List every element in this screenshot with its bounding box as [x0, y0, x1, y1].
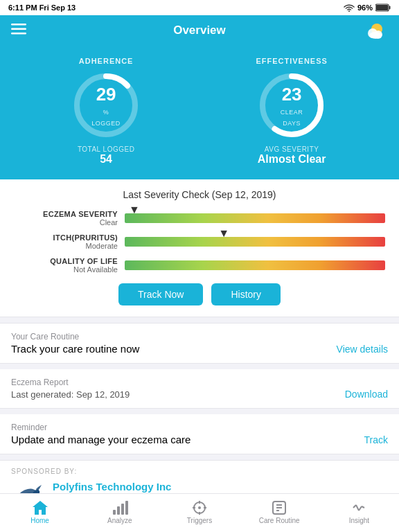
svg-rect-6: [11, 33, 26, 35]
severity-row-eczema: ECZEMA SEVERITY Clear ▼: [14, 210, 385, 227]
qol-label: QUALITY OF LIFE: [14, 257, 118, 265]
effectiveness-avg-label: AVG SEVERITY: [258, 145, 326, 153]
effectiveness-block: EFFECTIVENESS 23 CLEAR DAYS AVG SEVERITY…: [256, 57, 327, 166]
status-time-date: 6:11 PM Fri Sep 13: [8, 3, 76, 12]
analyze-icon: [112, 500, 128, 515]
svg-rect-18: [113, 510, 116, 515]
home-icon: [32, 500, 48, 515]
bottom-navigation: Home Analyze Triggers Care Routine: [0, 493, 399, 532]
status-indicators: 96%: [344, 3, 391, 12]
svg-rect-19: [117, 506, 120, 515]
eczema-report-section: Eczema Report Last generated: Sep 12, 20…: [0, 364, 399, 409]
effectiveness-sublabel: CLEAR DAYS: [281, 109, 303, 127]
eczema-severity-label: ECZEMA SEVERITY: [14, 210, 118, 218]
svg-point-23: [198, 506, 201, 509]
page-title: Overview: [173, 24, 226, 37]
metrics-section: ADHERENCE 29 % LOGGED TOTAL LOGGED 54 EF…: [0, 46, 399, 179]
itch-value: Moderate: [14, 242, 118, 250]
history-button[interactable]: History: [211, 283, 281, 305]
nav-insight-label: Insight: [349, 517, 369, 524]
adherence-value: 29: [89, 84, 123, 105]
effectiveness-label: EFFECTIVENESS: [256, 57, 327, 65]
severity-title: Last Severity Check (Sep 12, 2019): [14, 189, 385, 200]
nav-care-routine-label: Care Routine: [259, 517, 300, 524]
nav-care-routine[interactable]: Care Routine: [240, 500, 319, 524]
effectiveness-circle: 23 CLEAR DAYS: [257, 71, 326, 140]
svg-point-10: [369, 32, 382, 39]
adherence-total: TOTAL LOGGED 54: [78, 145, 135, 166]
nav-home-label: Home: [30, 517, 49, 524]
effectiveness-total: AVG SEVERITY Almost Clear: [258, 145, 326, 166]
status-bar: 6:11 PM Fri Sep 13 96%: [0, 0, 399, 15]
svg-rect-2: [389, 6, 391, 10]
nav-analyze-label: Analyze: [107, 517, 132, 524]
svg-rect-4: [11, 24, 26, 26]
menu-button[interactable]: [11, 24, 26, 38]
sponsor-name: Polyfins Technology Inc: [53, 481, 388, 493]
itch-label: ITCH(PRURITUS): [14, 233, 118, 242]
qol-value: Not Available: [14, 265, 118, 274]
care-routine-label: Your Care Routine: [11, 332, 388, 342]
track-now-button[interactable]: Track Now: [118, 283, 203, 305]
user-avatar[interactable]: [366, 19, 388, 42]
eczema-report-date: Last generated: Sep 12, 2019: [11, 389, 338, 400]
wifi-icon: [344, 3, 355, 12]
sponsored-label: SPONSORED BY:: [11, 468, 388, 475]
svg-rect-3: [376, 5, 388, 10]
track-buttons: Track Now History: [14, 283, 385, 305]
adherence-total-label: TOTAL LOGGED: [78, 145, 135, 153]
svg-rect-20: [121, 504, 124, 515]
effectiveness-avg-value: Almost Clear: [258, 153, 326, 166]
view-details-button[interactable]: View details: [330, 344, 388, 355]
svg-rect-5: [11, 28, 26, 30]
svg-line-34: [359, 506, 362, 511]
nav-home[interactable]: Home: [0, 500, 80, 524]
effectiveness-value: 23: [274, 84, 309, 105]
triggers-icon: [191, 500, 208, 515]
care-routine-title: Track your care routine now: [11, 343, 330, 355]
adherence-circle: 29 % LOGGED: [71, 71, 141, 140]
battery-text: 96%: [357, 3, 373, 12]
adherence-total-value: 54: [78, 153, 135, 166]
reminder-label: Reminder: [11, 423, 388, 432]
app-header: Overview: [0, 15, 399, 46]
eczema-report-label: Eczema Report: [11, 378, 388, 387]
severity-row-qol: QUALITY OF LIFE Not Available: [14, 257, 385, 274]
care-routine-section: Your Care Routine Track your care routin…: [0, 323, 399, 364]
reminder-title: Update and manage your eczema care: [11, 434, 357, 445]
battery-icon: [375, 3, 391, 12]
adherence-block: ADHERENCE 29 % LOGGED TOTAL LOGGED 54: [71, 57, 141, 166]
download-button[interactable]: Download: [338, 389, 388, 400]
eczema-severity-value: Clear: [14, 218, 118, 227]
nav-analyze[interactable]: Analyze: [80, 500, 159, 524]
adherence-sublabel: % LOGGED: [91, 109, 121, 127]
severity-section: Last Severity Check (Sep 12, 2019) ECZEM…: [0, 179, 399, 317]
svg-rect-21: [125, 501, 128, 515]
reminder-section: Reminder Update and manage your eczema c…: [0, 409, 399, 454]
nav-triggers[interactable]: Triggers: [159, 500, 239, 524]
svg-line-33: [356, 505, 359, 511]
nav-triggers-label: Triggers: [187, 517, 212, 524]
nav-insight[interactable]: Insight: [319, 500, 399, 524]
adherence-label: ADHERENCE: [79, 57, 134, 65]
track-button[interactable]: Track: [357, 434, 388, 445]
svg-line-35: [362, 506, 364, 508]
care-routine-icon: [271, 500, 287, 515]
severity-row-itch: ITCH(PRURITUS) Moderate ▼: [14, 233, 385, 250]
insight-icon: [351, 500, 367, 515]
svg-point-0: [348, 10, 350, 12]
